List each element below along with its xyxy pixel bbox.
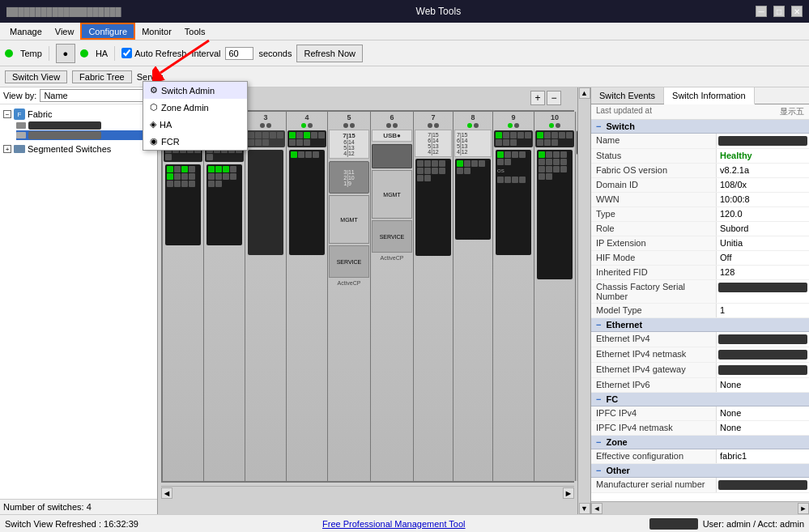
section-switch[interactable]: − Switch — [591, 120, 809, 134]
status-link[interactable]: Free Professional Management Tool — [322, 519, 466, 529]
center-panel: + − 1 — [158, 87, 590, 514]
maximize-button[interactable]: □ — [773, 6, 785, 17]
refresh-now-button[interactable]: Refresh Now — [296, 45, 363, 62]
dropdown-zone-admin[interactable]: ⬡ Zone Admin — [143, 99, 247, 116]
right-scrollbar[interactable]: ◄ ► — [591, 501, 809, 514]
collapse-icon-other[interactable]: − — [596, 466, 601, 475]
menu-tools[interactable]: Tools — [178, 23, 212, 40]
fabric-tree-button[interactable]: Fabric Tree — [72, 70, 132, 83]
menu-manage[interactable]: Manage — [3, 23, 49, 40]
title-bar-redacted: ████████████████████ — [6, 7, 121, 16]
temp-label: Temp — [20, 49, 42, 58]
zoom-out-button[interactable]: − — [547, 91, 561, 105]
blade-slot-11: 11 — [576, 112, 577, 481]
collapse-icon[interactable]: − — [596, 121, 601, 131]
blade-slot-7: 7 7|15 6|14 5|13 4|12 — [414, 112, 453, 481]
value-eth-ipv6: None — [717, 378, 809, 392]
value-name — [718, 136, 807, 146]
interval-input[interactable] — [225, 47, 253, 60]
collapse-icon-fc[interactable]: − — [596, 394, 601, 404]
button-2[interactable]: ● — [56, 44, 75, 63]
tree-switch-1[interactable] — [16, 121, 154, 130]
value-inherited-fid: 128 — [717, 266, 809, 279]
vertical-scrollbar[interactable]: ▲ ▼ — [577, 87, 590, 514]
section-other[interactable]: − Other — [591, 464, 809, 478]
left-panel-footer: Number of switches: 4 — [0, 499, 157, 514]
scroll-right-button[interactable]: ► — [563, 487, 574, 499]
menu-configure[interactable]: Configure — [80, 23, 135, 40]
tab-switch-information[interactable]: Switch Information — [664, 87, 754, 104]
tree-segmented[interactable]: + Segmented Switches — [3, 143, 154, 155]
zoom-in-button[interactable]: + — [530, 91, 545, 105]
view-by-row: View by: Name ▼ — [0, 87, 157, 104]
horizontal-scrollbar[interactable]: ◄ ► — [161, 486, 574, 499]
value-fabric-os: v8.2.1a — [717, 164, 809, 177]
blade-slot-5: 5 7|15 6|14 5|13 4|12 3|11 2|10 — [328, 112, 371, 481]
tree-fabric-row[interactable]: − F Fabric — [3, 108, 154, 121]
dropdown-switch-admin[interactable]: ⚙ Switch Admin — [143, 82, 247, 99]
tree-switch-2[interactable] — [16, 130, 154, 140]
value-eth-ipv4-netmask — [718, 350, 807, 360]
title-bar-controls: ─ □ ✕ — [756, 6, 803, 17]
menu-bar: Manage View Configure Monitor Tools — [0, 23, 809, 40]
status-redacted — [649, 518, 698, 530]
chassis-area[interactable]: + − 1 — [158, 87, 590, 514]
status-user: User: admin / Acct: admin — [703, 519, 804, 529]
value-eth-ipv4 — [718, 334, 807, 344]
label-hif-mode: HIF Mode — [591, 251, 717, 265]
label-status: Status — [591, 149, 717, 163]
fcr-icon: ◉ — [150, 136, 158, 147]
toolbar2: Switch View Fabric Tree Server — [0, 66, 809, 87]
menu-view[interactable]: View — [49, 23, 81, 40]
zone-icon: ⬡ — [150, 102, 158, 113]
info-row-ipfc-ipv4: IPFC IPv4 None — [591, 406, 809, 421]
switch-icon-2 — [16, 132, 26, 138]
dropdown-ha[interactable]: ◈ HA — [143, 116, 247, 133]
title-bar-title: Web Tools — [121, 6, 756, 17]
label-role: Role — [591, 222, 717, 236]
blade-slot-8: 8 7|156|145|134|12 — [453, 112, 493, 481]
value-wwn: 10:00:8 — [717, 193, 809, 206]
status-bar: Switch View Refreshed : 16:32:39 Free Pr… — [0, 514, 809, 532]
section-ethernet[interactable]: − Ethernet — [591, 318, 809, 332]
switch-view-button[interactable]: Switch View — [5, 70, 67, 83]
value-manufacturer-serial — [718, 480, 807, 490]
segmented-label: Segmented Switches — [28, 144, 111, 154]
expand-icon[interactable]: − — [3, 110, 11, 118]
dropdown-fcr[interactable]: ◉ FCR — [143, 133, 247, 150]
auto-refresh-checkbox[interactable]: Auto Refresh — [121, 48, 186, 58]
section-zone[interactable]: − Zone — [591, 436, 809, 449]
view-by-select[interactable]: Name ▼ — [40, 89, 154, 102]
info-row-eth-ipv4-netmask: Ethernet IPv4 netmask — [591, 347, 809, 363]
right-scroll-right[interactable]: ► — [798, 503, 809, 514]
info-row-model-type: Model Type 1 — [591, 304, 809, 318]
label-ipfc-ipv4: IPFC IPv4 — [591, 406, 717, 420]
value-eth-ipv4-gateway — [718, 365, 807, 375]
fcr-label: FCR — [161, 137, 180, 147]
minimize-button[interactable]: ─ — [756, 6, 767, 17]
menu-monitor[interactable]: Monitor — [135, 23, 178, 40]
info-row-eth-ipv6: Ethernet IPv6 None — [591, 378, 809, 393]
scroll-up-button[interactable]: ▲ — [579, 87, 590, 99]
value-chassis-serial — [718, 283, 807, 292]
tab-switch-events[interactable]: Switch Events — [591, 87, 664, 104]
value-effective-config: fabric1 — [717, 449, 809, 463]
right-scroll-left[interactable]: ◄ — [591, 503, 602, 514]
collapse-icon-ethernet[interactable]: − — [596, 320, 601, 330]
segmented-expand-icon[interactable]: + — [3, 145, 11, 153]
ha-label-dd: HA — [160, 120, 172, 130]
blade-slot-2: 2 — [204, 112, 245, 481]
label-chassis-serial: Chassis Factory Serial Number — [591, 280, 717, 303]
info-row-wwn: WWN 10:00:8 — [591, 193, 809, 207]
section-fc[interactable]: − FC — [591, 393, 809, 406]
value-status: Healthy — [717, 149, 809, 163]
close-button[interactable]: ✕ — [791, 6, 803, 17]
info-row-name: Name — [591, 134, 809, 149]
scroll-left-button[interactable]: ◄ — [161, 487, 172, 499]
scroll-down-button[interactable]: ▼ — [579, 503, 590, 514]
value-hif-mode: Off — [717, 251, 809, 265]
view-by-label: View by: — [3, 91, 36, 100]
right-col-header: 显示五 — [780, 106, 804, 117]
value-ipfc-ipv4: None — [717, 406, 809, 420]
collapse-icon-zone[interactable]: − — [596, 437, 601, 447]
